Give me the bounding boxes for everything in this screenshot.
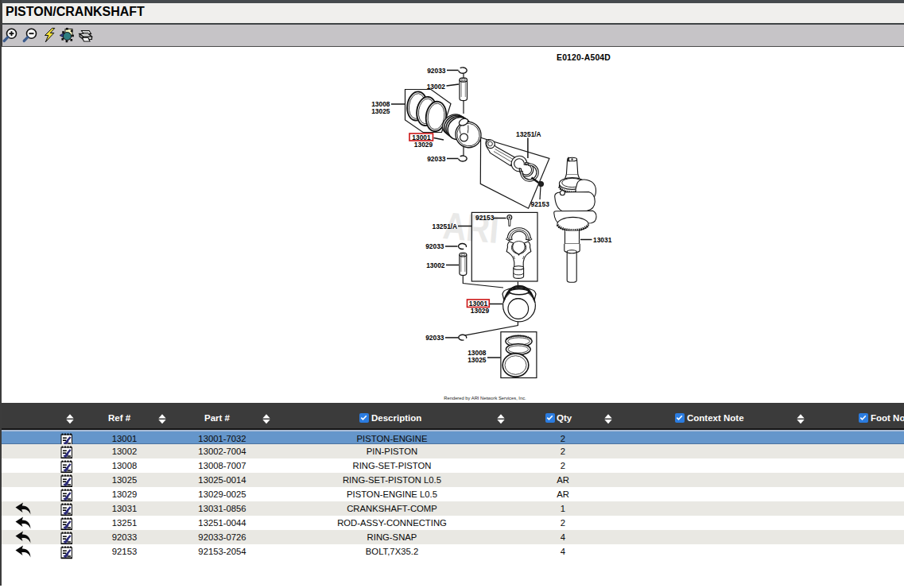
svg-text:13251/A: 13251/A xyxy=(516,130,541,138)
svg-text:92033: 92033 xyxy=(427,67,446,75)
svg-text:92153: 92153 xyxy=(531,200,550,208)
svg-text:13029: 13029 xyxy=(471,307,490,315)
svg-text:Rendered by ARI Network Servic: Rendered by ARI Network Services, Inc. xyxy=(444,396,526,400)
svg-text:13025: 13025 xyxy=(468,356,487,364)
svg-text:13025: 13025 xyxy=(371,107,390,115)
svg-text:13002: 13002 xyxy=(426,261,445,269)
svg-text:13029: 13029 xyxy=(414,141,433,149)
svg-text:92153: 92153 xyxy=(475,214,495,222)
svg-text:13251/A: 13251/A xyxy=(433,222,458,230)
svg-text:92033: 92033 xyxy=(425,334,444,342)
svg-text:13031: 13031 xyxy=(593,236,612,244)
svg-text:92033: 92033 xyxy=(427,155,446,163)
svg-text:E0120-A504D: E0120-A504D xyxy=(557,53,611,62)
svg-text:92033: 92033 xyxy=(425,242,444,250)
